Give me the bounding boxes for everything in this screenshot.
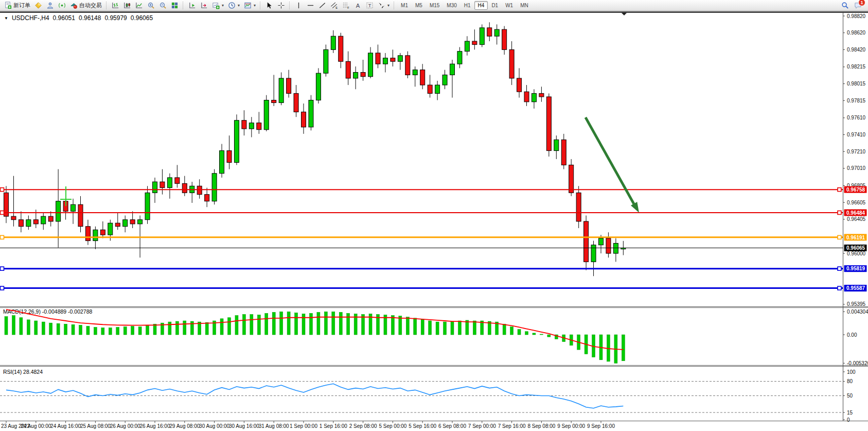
candle-body [554,140,559,150]
tile-windows-button[interactable] [169,0,181,10]
hline-price-label-text: 0.96758 [846,187,865,193]
macd-axis: 0.0043040.00-0.005326 [843,309,868,366]
macd-histogram-bar [384,315,387,335]
price-tick-label: 0.98420 [847,47,866,53]
hline-price-label-text: 0.95587 [846,285,865,291]
crosshair-tool-button[interactable] [275,0,287,10]
macd-histogram-bar [518,330,521,335]
tab-timeframe-w1[interactable]: W1 [502,1,517,10]
cursor-icon [265,2,273,9]
hline-anchor[interactable] [838,267,841,270]
autotrading-button[interactable]: 自动交易 [68,0,104,10]
hline-anchor[interactable] [1,267,4,270]
trendline-tool[interactable] [316,0,328,10]
diamond-icon [34,2,42,9]
candle-body [569,165,574,193]
hline-price-label [844,265,867,272]
macd-histogram-bar [324,312,327,335]
periods-dropdown[interactable]: ▾ [226,0,242,10]
candle-body [494,29,499,36]
bar-chart-button[interactable] [110,0,121,10]
tab-timeframe-m1[interactable]: M1 [397,1,412,10]
trend-arrow-annotation[interactable] [586,117,639,213]
signals-button[interactable] [56,0,68,10]
cursor-tool-button[interactable] [263,0,275,10]
hline-0.95587[interactable]: 0.95587 [0,285,867,291]
tab-timeframe-h4[interactable]: H4 [474,1,488,10]
hline-anchor[interactable] [1,286,4,290]
hline-anchor[interactable] [1,235,4,239]
text-label-tool[interactable]: T [364,0,376,10]
hline-0.96758[interactable]: 0.96758 [0,186,867,193]
chart-shift-button[interactable] [198,0,210,10]
client-button[interactable] [44,0,56,10]
macd-histogram-bar [175,321,179,335]
svg-text:A: A [356,2,360,8]
new-chart-dropdown[interactable]: ▾ [210,0,226,10]
messages-button[interactable]: 1 [854,2,862,9]
candle-body [472,41,477,45]
macd-histogram-bar [161,323,164,335]
zoom-in-button[interactable] [145,0,157,10]
candle-body [457,51,462,64]
time-axis-label: 5 Sep 16:00 [409,423,436,429]
svg-text:T: T [368,3,371,8]
rsi-line [6,384,623,408]
candle-body [353,73,358,78]
hline-anchor[interactable] [1,188,4,192]
macd-histogram-bar [287,312,290,335]
candle-body [115,223,120,227]
templates-dropdown[interactable]: ▾ [242,0,258,10]
tab-timeframe-m5[interactable]: M5 [412,1,426,10]
macd-histogram-bar [272,312,275,335]
template-icon [244,2,252,9]
time-axis-label: 7 Sep 00:00 [468,423,496,429]
candle-body [621,248,626,249]
candle-body [212,174,217,201]
hline-anchor[interactable] [1,211,4,214]
equidistant-channel-icon: E [330,2,338,9]
new-order-button[interactable]: 新订单 [2,0,32,10]
candle-body [56,201,61,221]
fibonacci-tool[interactable]: F [340,0,352,10]
tab-timeframe-h1[interactable]: H1 [460,1,474,10]
arrows-dropdown[interactable]: ▾ [376,0,392,10]
tab-timeframe-mn[interactable]: MN [517,1,532,10]
vertical-line-tool[interactable] [293,0,305,10]
main-toolbar: 新订单 自动交易 [0,0,868,11]
hline-0.96191[interactable]: 0.96191 [0,234,867,240]
equidistant-channel-tool[interactable]: E [328,0,340,10]
tab-timeframe-d1[interactable]: D1 [488,1,502,10]
macd-histogram-bar [280,312,283,335]
text-tool[interactable]: A [352,0,364,10]
clock-icon [228,2,236,9]
zoom-out-button[interactable] [157,0,169,10]
chart-shift-icon [200,2,208,9]
macd-histogram-bar [205,322,208,335]
chart-canvas[interactable]: 0.988200.986200.984200.982150.980150.978… [0,0,868,431]
hline-anchor[interactable] [838,211,841,214]
candlestick-chart-button[interactable] [121,0,133,10]
tab-timeframe-m30[interactable]: M30 [443,1,460,10]
cross-marker-annotation[interactable] [60,186,72,206]
macd-histogram-bar [49,323,52,335]
search-icon[interactable] [841,2,849,9]
diamond-button[interactable] [32,0,44,10]
hline-0.96484[interactable]: 0.96484 [0,209,867,216]
collapse-triangle-icon[interactable]: ▼ [4,16,8,21]
candle-body [167,178,172,188]
macd-histogram-bar [592,335,595,357]
hline-anchor[interactable] [838,235,841,239]
line-chart-button[interactable] [133,0,145,10]
macd-histogram-bar [444,322,447,335]
hline-anchor[interactable] [838,188,841,192]
auto-scroll-button[interactable] [186,0,198,10]
hline-0.95819[interactable]: 0.95819 [0,265,867,272]
macd-histogram-bar [228,318,231,335]
macd-histogram-bar [27,320,30,335]
horizontal-line-tool[interactable] [305,0,316,10]
candle-body [205,195,209,201]
hline-anchor[interactable] [838,286,841,290]
macd-histogram-bar [295,313,298,335]
tab-timeframe-m15[interactable]: M15 [426,1,443,10]
